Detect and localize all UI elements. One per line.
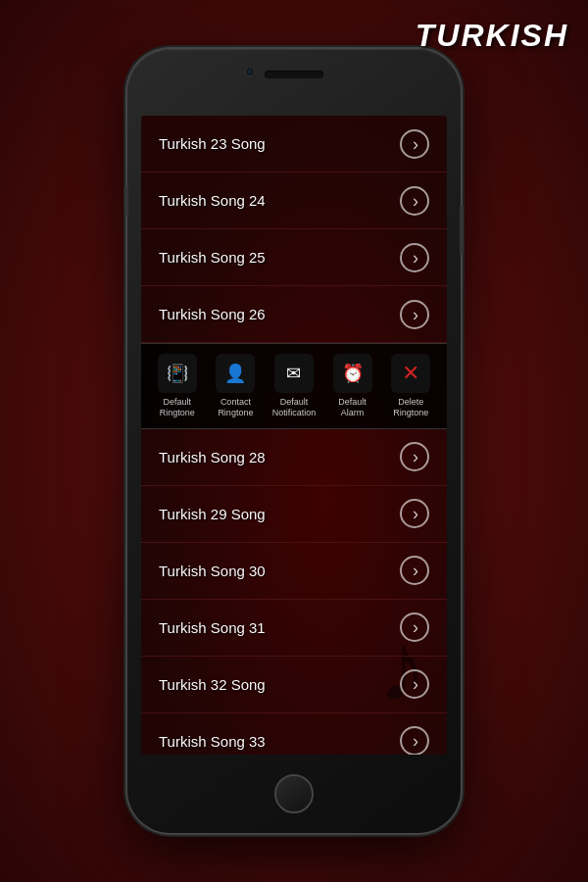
- contact-ringtone-label: Contact Ringtone: [210, 397, 263, 418]
- default-alarm-label: Default Alarm: [326, 397, 379, 418]
- home-button[interactable]: [274, 774, 314, 813]
- song-item[interactable]: Turkish Song 26: [141, 286, 447, 343]
- chevron-button[interactable]: [400, 186, 429, 216]
- song-name: Turkish Song 33: [159, 733, 266, 750]
- song-name: Turkish Song 30: [159, 563, 266, 579]
- phone-camera: [245, 67, 255, 76]
- app-title: TURKISH: [416, 18, 568, 54]
- default-notification-button[interactable]: ✉ Default Notification: [268, 354, 320, 418]
- delete-ringtone-label: Delete Ringtone: [384, 397, 437, 418]
- delete-ringtone-button[interactable]: ✕ Delete Ringtone: [384, 354, 437, 418]
- default-ringtone-label: Default Ringtone: [151, 397, 204, 418]
- chevron-button[interactable]: [400, 556, 429, 585]
- chevron-button[interactable]: [400, 243, 429, 272]
- song-item[interactable]: Turkish Song 25: [141, 229, 447, 286]
- song-name: Turkish 29 Song: [159, 506, 266, 522]
- side-button-left: [124, 186, 128, 216]
- song-name: Turkish Song 25: [159, 249, 266, 266]
- chevron-button[interactable]: [400, 612, 429, 642]
- default-ringtone-button[interactable]: 📳 Default Ringtone: [151, 354, 204, 418]
- song-item[interactable]: Turkish Song 28: [141, 429, 447, 486]
- song-item[interactable]: Turkish Song 33: [141, 713, 447, 755]
- song-item[interactable]: Turkish 29 Song: [141, 486, 447, 543]
- chevron-button[interactable]: [400, 442, 429, 471]
- default-alarm-button[interactable]: ⏰ Default Alarm: [326, 354, 379, 418]
- song-name: Turkish 23 Song: [159, 135, 266, 152]
- song-item[interactable]: Turkish 23 Song: [141, 116, 447, 172]
- song-item[interactable]: Turkish Song 30: [141, 543, 447, 600]
- delete-ringtone-icon: ✕: [391, 354, 430, 393]
- song-item[interactable]: Turkish 32 Song: [141, 657, 447, 713]
- chevron-button[interactable]: [400, 129, 429, 159]
- contact-ringtone-button[interactable]: 👤 Contact Ringtone: [210, 354, 263, 418]
- song-list: Turkish 23 Song Turkish Song 24 Turkish …: [141, 116, 447, 755]
- default-alarm-icon: ⏰: [333, 354, 372, 393]
- song-name: Turkish Song 28: [159, 449, 266, 466]
- phone-screen: ♪ Turkish 23 Song Turkish Song 24 Turkis…: [141, 116, 447, 755]
- popup-box: 📳 Default Ringtone 👤 Contact Ringtone ✉ …: [151, 350, 437, 422]
- phone-frame: ♪ Turkish 23 Song Turkish Song 24 Turkis…: [127, 49, 461, 833]
- song-item[interactable]: Turkish Song 31: [141, 600, 447, 657]
- phone-speaker: [265, 71, 323, 78]
- song-name: Turkish 32 Song: [159, 676, 266, 693]
- contact-ringtone-icon: 👤: [216, 354, 255, 393]
- chevron-button[interactable]: [400, 300, 429, 329]
- default-notification-icon: ✉: [274, 354, 314, 393]
- default-ringtone-icon: 📳: [158, 354, 197, 393]
- action-popup: 📳 Default Ringtone 👤 Contact Ringtone ✉ …: [141, 343, 447, 429]
- song-name: Turkish Song 24: [159, 192, 266, 209]
- side-button-right: [460, 206, 464, 255]
- default-notification-label: Default Notification: [268, 397, 320, 418]
- song-name: Turkish Song 31: [159, 619, 266, 636]
- chevron-button[interactable]: [400, 726, 429, 755]
- song-item[interactable]: Turkish Song 24: [141, 172, 447, 229]
- chevron-button[interactable]: [400, 669, 429, 699]
- song-name: Turkish Song 26: [159, 306, 266, 322]
- chevron-button[interactable]: [400, 499, 429, 528]
